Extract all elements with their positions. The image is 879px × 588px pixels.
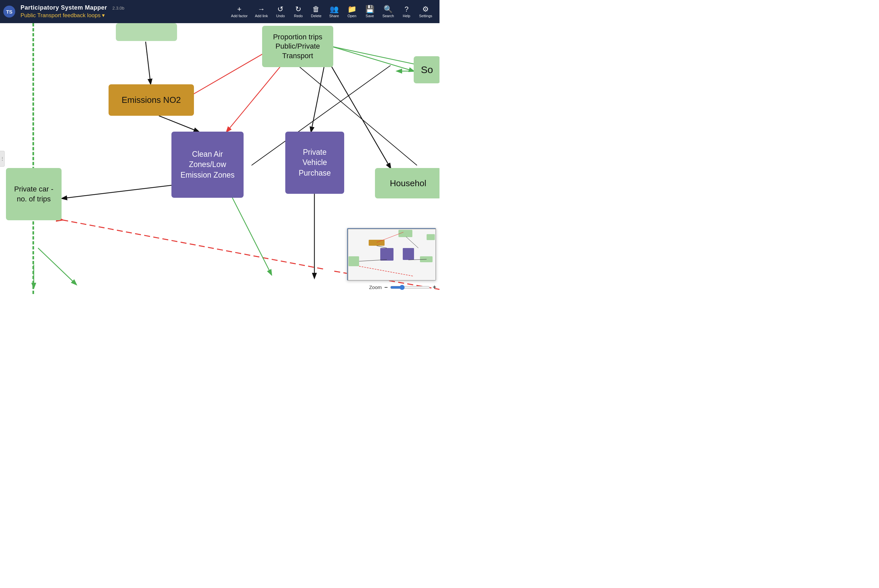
svg-rect-22 bbox=[380, 248, 394, 261]
svg-line-13 bbox=[331, 46, 414, 71]
private-vehicle-node[interactable]: Private Vehicle Purchase bbox=[285, 132, 344, 194]
household-node[interactable]: Househol bbox=[375, 168, 440, 198]
add-link-button[interactable]: →Add link bbox=[251, 4, 271, 19]
minimap-svg bbox=[347, 228, 436, 280]
svg-rect-24 bbox=[349, 256, 359, 266]
help-button[interactable]: ?Help bbox=[398, 4, 415, 19]
share-button[interactable]: 👥Share bbox=[325, 4, 343, 19]
private-vehicle-label: Private Vehicle Purchase bbox=[291, 147, 339, 178]
header: TS Participatory System Mapper 2.3.0b Pu… bbox=[0, 0, 440, 23]
dashed-vertical-line bbox=[32, 23, 34, 294]
svg-line-4 bbox=[227, 62, 284, 132]
minimap[interactable] bbox=[347, 228, 436, 281]
proportion-trips-label: Proportion trips Public/Private Transpor… bbox=[267, 32, 328, 61]
svg-line-12 bbox=[38, 248, 76, 284]
so-label: So bbox=[421, 64, 433, 75]
top-node[interactable] bbox=[116, 23, 177, 41]
svg-line-0 bbox=[146, 42, 150, 84]
app-version: 2.3.0b bbox=[113, 6, 125, 10]
emissions-no2-node[interactable]: Emissions NO2 bbox=[108, 84, 194, 116]
private-car-label: Private car - no. of trips bbox=[11, 184, 56, 204]
redo-button[interactable]: ↻Redo bbox=[290, 4, 307, 19]
open-button[interactable]: 📁Open bbox=[343, 4, 361, 19]
side-panel-toggle[interactable]: ⋮ bbox=[0, 151, 5, 166]
zoom-bar: Zoom – + bbox=[369, 284, 436, 291]
svg-rect-23 bbox=[403, 248, 414, 260]
canvas[interactable]: ⋮ Proportion trips Public/Private Transp… bbox=[0, 23, 440, 294]
svg-line-3 bbox=[62, 185, 172, 198]
undo-button[interactable]: ↺Undo bbox=[272, 4, 289, 19]
zoom-slider[interactable] bbox=[390, 285, 430, 290]
project-title[interactable]: Public Transport feedback loops ▾ bbox=[21, 12, 228, 19]
header-left: Participatory System Mapper 2.3.0b Publi… bbox=[21, 4, 228, 19]
clean-air-node[interactable]: Clean Air Zones/Low Emission Zones bbox=[171, 132, 243, 198]
svg-line-10 bbox=[62, 220, 326, 270]
svg-rect-21 bbox=[369, 240, 385, 246]
zoom-label: Zoom bbox=[369, 284, 382, 290]
private-car-node[interactable]: Private car - no. of trips bbox=[6, 168, 62, 220]
so-node[interactable]: So bbox=[414, 56, 440, 83]
svg-line-5 bbox=[311, 66, 325, 132]
app-title: Participatory System Mapper bbox=[21, 4, 107, 11]
zoom-minus[interactable]: – bbox=[384, 284, 388, 291]
household-label: Househol bbox=[390, 178, 426, 189]
svg-rect-20 bbox=[398, 230, 412, 237]
clean-air-label: Clean Air Zones/Low Emission Zones bbox=[177, 149, 238, 180]
settings-button[interactable]: ⚙Settings bbox=[416, 4, 436, 19]
svg-line-11 bbox=[232, 196, 271, 274]
emissions-no2-label: Emissions NO2 bbox=[122, 95, 181, 105]
search-button[interactable]: 🔍Search bbox=[379, 4, 397, 19]
svg-rect-26 bbox=[427, 234, 435, 240]
save-button[interactable]: 💾Save bbox=[361, 4, 378, 19]
zoom-plus[interactable]: + bbox=[433, 284, 436, 291]
add-factor-button[interactable]: +Add factor bbox=[228, 4, 251, 19]
user-avatar[interactable]: TS bbox=[3, 6, 15, 18]
proportion-trips-node[interactable]: Proportion trips Public/Private Transpor… bbox=[262, 26, 333, 67]
toolbar: +Add factor →Add link ↺Undo ↻Redo 🗑Delet… bbox=[228, 4, 436, 19]
svg-line-1 bbox=[159, 116, 198, 132]
delete-button[interactable]: 🗑Delete bbox=[308, 4, 325, 19]
